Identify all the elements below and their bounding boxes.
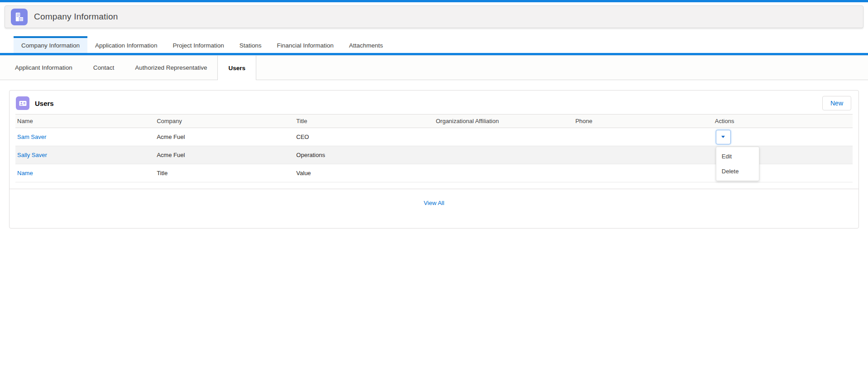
table-row: Sam Saver Acme Fuel CEO Edit Delete <box>15 128 853 146</box>
title-cell: Value <box>294 164 434 182</box>
row-actions-menu: Edit Delete <box>716 147 759 181</box>
column-header-phone: Phone <box>574 114 713 128</box>
tab-stations[interactable]: Stations <box>232 36 269 53</box>
column-header-name: Name <box>15 114 155 128</box>
column-header-actions: Actions <box>713 114 853 128</box>
tab-application-information[interactable]: Application Information <box>87 36 165 53</box>
page-title: Company Information <box>34 12 118 22</box>
menu-item-delete[interactable]: Delete <box>716 164 759 179</box>
column-header-organizational-affiliation: Organizational Affiliation <box>434 114 573 128</box>
actions-cell: Edit Delete <box>713 128 853 146</box>
account-building-icon <box>11 9 28 25</box>
tab-attachments[interactable]: Attachments <box>341 36 391 53</box>
users-card: Users New Name Company Title Organizatio… <box>9 90 859 229</box>
contact-card-icon <box>16 96 29 110</box>
caret-down-icon <box>721 136 725 138</box>
phone-cell <box>574 128 713 146</box>
title-cell: Operations <box>294 146 434 164</box>
table-header-row: Name Company Title Organizational Affili… <box>15 114 853 128</box>
subtab-applicant-information[interactable]: Applicant Information <box>5 56 83 80</box>
user-name-link[interactable]: Sam Saver <box>17 133 46 140</box>
card-footer: View All <box>10 189 858 207</box>
tab-panel-users: Users New Name Company Title Organizatio… <box>0 80 868 229</box>
subtab-authorized-representative[interactable]: Authorized Representative <box>125 56 217 80</box>
org-affiliation-cell <box>434 164 573 182</box>
sub-tab-bar: Applicant Information Contact Authorized… <box>0 55 868 80</box>
company-cell: Acme Fuel <box>155 128 294 146</box>
page-header: Company Information <box>5 5 863 28</box>
column-header-company: Company <box>155 114 294 128</box>
company-cell: Acme Fuel <box>155 146 294 164</box>
title-cell: CEO <box>294 128 434 146</box>
org-affiliation-cell <box>434 146 573 164</box>
company-cell: Title <box>155 164 294 182</box>
phone-cell <box>574 164 713 182</box>
users-table: Name Company Title Organizational Affili… <box>15 114 853 182</box>
user-name-link[interactable]: Name <box>17 170 33 176</box>
row-actions-button[interactable] <box>716 130 731 144</box>
tab-project-information[interactable]: Project Information <box>165 36 231 53</box>
tab-company-information[interactable]: Company Information <box>14 36 87 53</box>
users-card-header: Users New <box>10 91 858 114</box>
column-header-title: Title <box>294 114 434 128</box>
tab-financial-information[interactable]: Financial Information <box>269 36 341 53</box>
brand-bar <box>0 0 868 2</box>
card-title: Users <box>35 100 54 107</box>
user-name-link[interactable]: Sally Saver <box>17 152 47 158</box>
view-all-link[interactable]: View All <box>424 200 444 206</box>
subtab-contact[interactable]: Contact <box>83 56 125 80</box>
main-tab-bar: Company Information Application Informat… <box>0 36 868 55</box>
subtab-users[interactable]: Users <box>217 56 256 80</box>
menu-item-edit[interactable]: Edit <box>716 149 759 164</box>
phone-cell <box>574 146 713 164</box>
new-button[interactable]: New <box>822 96 851 110</box>
org-affiliation-cell <box>434 128 573 146</box>
